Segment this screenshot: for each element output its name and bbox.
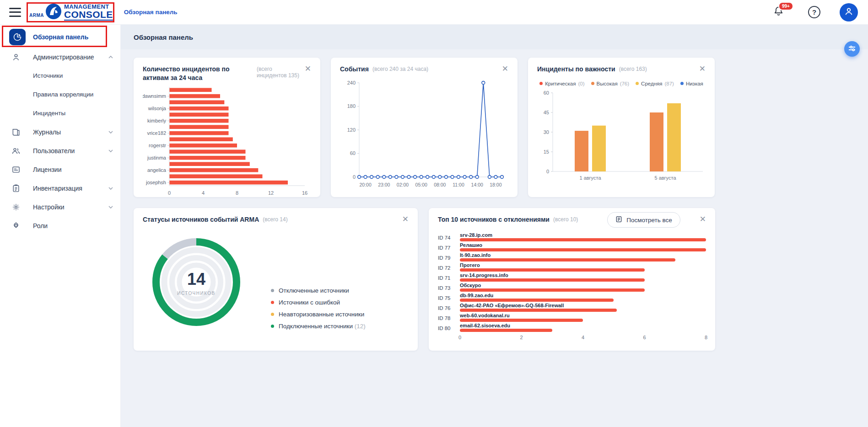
user-avatar[interactable] (840, 3, 858, 21)
notifications-button[interactable]: 99+ (773, 5, 784, 19)
legend-item[interactable]: Средняя (87) (636, 81, 674, 86)
sidebar-item-label: Обзорная панель (33, 33, 114, 41)
card-top10-sources: Топ 10 источников с отклонениями (всего … (429, 208, 715, 351)
source-name: Релашио (460, 242, 706, 248)
asset-bar (169, 144, 237, 148)
sidebar-item-inventory[interactable]: Инвентаризация (0, 179, 120, 197)
sidebar-item-label: Настройки (33, 203, 108, 211)
chevron-down-icon (108, 185, 114, 192)
svg-text:180: 180 (347, 103, 356, 109)
report-icon (615, 216, 622, 224)
book-icon (11, 127, 21, 137)
sliders-icon (848, 44, 856, 54)
chevron-down-icon (108, 148, 114, 154)
sidebar-item-users[interactable]: Пользователи (0, 141, 120, 160)
source-id: ID 80 (438, 326, 460, 332)
sidebar-item-settings[interactable]: Настройки (0, 197, 120, 216)
source-id: ID 73 (438, 285, 460, 292)
svg-text:15: 15 (544, 149, 549, 154)
page-title: Обзорная панель (134, 33, 193, 41)
incidents-by-assets-chart: dawnsimmwilsonjakimberlyvrice182rogerstr… (143, 85, 311, 200)
close-icon[interactable]: ✕ (696, 215, 706, 223)
source-bar (460, 309, 617, 312)
card-title: События (340, 65, 369, 74)
users-icon (11, 146, 21, 156)
sidebar-item-roles[interactable]: Роли (0, 216, 120, 235)
page-header: Обзорная панель (121, 25, 868, 49)
severity-bar (592, 126, 606, 171)
top10-row: ID 77 Релашио (438, 242, 706, 251)
svg-text:8: 8 (236, 190, 238, 196)
asset-bar (169, 119, 229, 123)
event-point (426, 175, 429, 178)
source-bar (460, 248, 706, 251)
card-events: События (всего 240 за 24 часа) ✕ 0601201… (331, 58, 518, 197)
sidebar-item-administration[interactable]: Администрирование (0, 48, 120, 66)
svg-text:1 августа: 1 августа (579, 175, 601, 181)
top-header: ARMA MANAGEMENT CONSOLE Обзорная панель … (0, 0, 868, 25)
source-id: ID 76 (438, 305, 460, 312)
source-bar (460, 238, 706, 241)
sidebar-item-licenses[interactable]: Лицензии (0, 160, 120, 179)
svg-text:60: 60 (350, 150, 356, 156)
help-button[interactable]: ? (808, 6, 820, 18)
asset-bar (169, 149, 246, 154)
severity-legend: Критическая (0)Высокая (76)Средняя (87)Н… (537, 81, 706, 86)
sidebar-item-journals[interactable]: Журналы (0, 123, 120, 141)
axis-tick: 0 (458, 335, 461, 340)
top10-row: ID 73 Обскуро (438, 283, 706, 292)
legend-item[interactable]: Неавторизованные источники (271, 311, 366, 318)
legend-item[interactable]: Высокая (76) (591, 81, 630, 86)
legend-item[interactable]: Подключенные источники (12) (271, 323, 366, 330)
axis-tick: 6 (643, 335, 646, 340)
svg-text:23:00: 23:00 (378, 182, 390, 187)
menu-toggle-button[interactable] (9, 8, 21, 17)
top10-row: ID 74 srv-28.ip.com (438, 232, 706, 241)
source-bar (460, 288, 645, 292)
svg-text:45: 45 (544, 109, 549, 115)
asset-bar (169, 94, 220, 98)
event-point (383, 175, 386, 178)
sidebar-item-overview[interactable]: Обзорная панель (0, 27, 120, 48)
card-subtitle: (всего 163) (619, 66, 647, 72)
breadcrumb[interactable]: Обзорная панель (124, 9, 178, 16)
severity-bar (667, 103, 681, 171)
view-all-button[interactable]: Посмотреть все (607, 212, 680, 228)
legend-item[interactable]: Низкая (680, 81, 703, 86)
sidebar-item-correlation-rules[interactable]: Правила корреляции (0, 85, 120, 104)
top10-row: ID 80 email-62.sisoeva.edu (438, 323, 706, 332)
bell-icon (773, 11, 784, 18)
close-icon[interactable]: ✕ (498, 65, 508, 73)
sidebar-item-incidents[interactable]: Инциденты (0, 104, 120, 123)
sidebar-item-sources[interactable]: Источники (0, 66, 120, 85)
card-title: Статусы источников событий ARMA (143, 215, 259, 224)
top10-bar-list: ID 74 srv-28.ip.com ID 77 Релашио ID 79 … (438, 232, 706, 332)
svg-text:angelica: angelica (147, 167, 167, 173)
source-name: web-60.vodokanal.ru (460, 313, 706, 318)
asset-bar (169, 156, 246, 160)
app-logo[interactable]: ARMA MANAGEMENT CONSOLE (29, 3, 113, 22)
event-point (370, 175, 373, 178)
legend-item[interactable]: Отключенные источники (271, 287, 366, 294)
legend-item[interactable]: Критическая (0) (539, 81, 584, 86)
event-point (420, 175, 423, 178)
top10-row: ID 75 db-99.zao.edu (438, 293, 706, 302)
notifications-badge: 99+ (778, 2, 793, 11)
close-icon[interactable]: ✕ (695, 65, 706, 73)
close-icon[interactable]: ✕ (399, 215, 409, 223)
source-id: ID 74 (438, 235, 460, 241)
source-bar (460, 278, 645, 282)
severity-bar (575, 131, 588, 171)
event-point (414, 175, 417, 178)
severity-bar-chart: 0153045601 августа5 августа (537, 89, 706, 185)
chevron-up-icon (108, 54, 114, 60)
dashboard-settings-button[interactable] (844, 41, 860, 57)
close-icon[interactable]: ✕ (301, 65, 311, 73)
svg-text:dawnsimm: dawnsimm (143, 93, 166, 99)
axis-tick: 4 (582, 335, 584, 340)
asset-bar (169, 107, 229, 111)
event-point (463, 175, 466, 178)
legend-item[interactable]: Источники с ошибкой (271, 299, 366, 306)
svg-text:12: 12 (268, 190, 274, 196)
svg-text:0: 0 (168, 190, 171, 196)
